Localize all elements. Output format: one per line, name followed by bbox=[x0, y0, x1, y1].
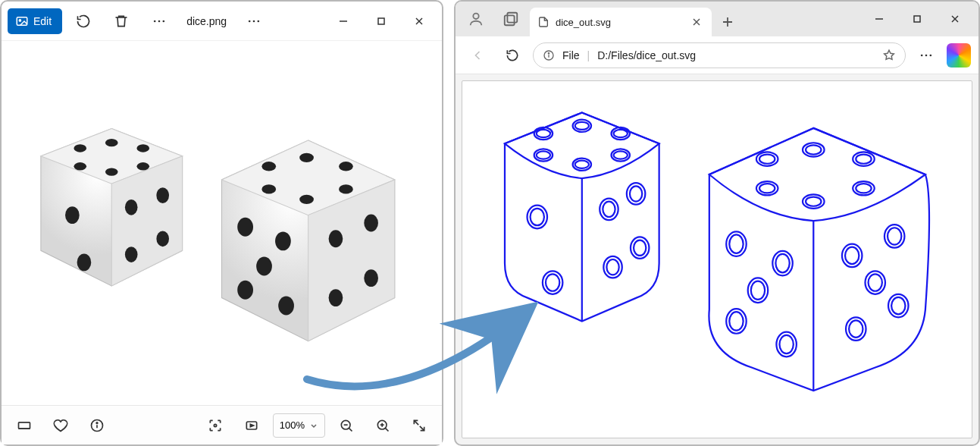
info-button[interactable] bbox=[82, 410, 112, 441]
tab-title: dice_out.svg bbox=[556, 17, 683, 28]
svg-point-89 bbox=[630, 186, 642, 201]
browser-minimize-button[interactable] bbox=[860, 4, 898, 34]
filmstrip-button[interactable] bbox=[9, 410, 39, 441]
svg-rect-55 bbox=[507, 13, 517, 23]
svg-point-32 bbox=[256, 257, 272, 276]
svg-point-53 bbox=[473, 14, 478, 19]
svg-point-93 bbox=[634, 240, 646, 256]
svg-output-image bbox=[462, 81, 972, 438]
svg-point-34 bbox=[278, 296, 294, 315]
tab-close-button[interactable] bbox=[689, 14, 704, 30]
browser-tab[interactable]: dice_out.svg bbox=[530, 8, 712, 36]
svg-point-3 bbox=[158, 20, 161, 22]
svg-point-125 bbox=[869, 274, 882, 291]
svg-point-19 bbox=[77, 253, 92, 271]
maximize-button[interactable] bbox=[365, 5, 398, 38]
copilot-button[interactable] bbox=[947, 43, 971, 68]
svg-point-101 bbox=[759, 184, 775, 193]
svg-point-91 bbox=[606, 259, 618, 275]
svg-point-26 bbox=[339, 162, 353, 171]
svg-point-30 bbox=[237, 218, 253, 237]
svg-point-121 bbox=[849, 320, 863, 337]
photos-window: Edit dice.png bbox=[0, 0, 443, 446]
svg-point-73 bbox=[575, 122, 589, 130]
svg-point-69 bbox=[930, 54, 932, 56]
svg-point-123 bbox=[891, 297, 905, 314]
svg-point-37 bbox=[329, 289, 343, 306]
close-button[interactable] bbox=[402, 5, 436, 38]
favorite-icon[interactable] bbox=[882, 49, 896, 62]
svg-point-29 bbox=[339, 184, 353, 193]
minimize-button[interactable] bbox=[327, 5, 360, 38]
svg-point-7 bbox=[258, 20, 260, 22]
svg-point-4 bbox=[163, 20, 165, 22]
svg-line-47 bbox=[349, 428, 352, 431]
reload-button[interactable] bbox=[498, 41, 527, 70]
address-bar: File | D:/Files/dice_out.svg bbox=[456, 36, 978, 74]
browser-content[interactable] bbox=[462, 80, 972, 438]
svg-point-33 bbox=[237, 281, 253, 300]
new-tab-button[interactable] bbox=[715, 9, 740, 35]
crop-scan-button[interactable] bbox=[200, 410, 230, 441]
svg-point-75 bbox=[614, 130, 628, 137]
workspaces-button[interactable] bbox=[495, 4, 527, 34]
svg-point-17 bbox=[136, 162, 149, 170]
svg-rect-9 bbox=[378, 18, 384, 24]
rotate-button[interactable] bbox=[67, 5, 100, 38]
svg-point-105 bbox=[856, 184, 871, 193]
browser-close-button[interactable] bbox=[936, 4, 974, 34]
svg-rect-39 bbox=[19, 422, 30, 428]
more-button[interactable] bbox=[142, 5, 176, 38]
url-path: D:/Files/dice_out.svg bbox=[597, 49, 696, 61]
svg-point-66 bbox=[548, 52, 549, 53]
settings-more-button[interactable] bbox=[912, 41, 941, 70]
zoom-in-button[interactable] bbox=[368, 410, 398, 441]
svg-point-43 bbox=[96, 422, 98, 423]
favorite-button[interactable] bbox=[45, 410, 76, 441]
svg-point-113 bbox=[729, 312, 743, 330]
photos-canvas[interactable] bbox=[2, 41, 442, 405]
svg-point-68 bbox=[925, 54, 928, 56]
svg-point-38 bbox=[364, 269, 378, 287]
svg-point-2 bbox=[154, 20, 156, 22]
profile-button[interactable] bbox=[460, 4, 492, 34]
browser-maximize-button[interactable] bbox=[898, 4, 936, 34]
photos-bottom-toolbar: 100% bbox=[2, 405, 442, 444]
url-scheme: File bbox=[562, 49, 580, 61]
svg-point-35 bbox=[329, 230, 343, 247]
svg-point-44 bbox=[214, 424, 216, 426]
svg-point-23 bbox=[156, 231, 169, 247]
svg-point-31 bbox=[275, 231, 291, 250]
photos-toolbar: Edit dice.png bbox=[2, 2, 442, 41]
svg-point-115 bbox=[779, 335, 793, 353]
svg-point-95 bbox=[759, 155, 775, 164]
svg-point-85 bbox=[546, 274, 559, 291]
svg-point-16 bbox=[105, 168, 118, 175]
svg-point-6 bbox=[253, 20, 255, 22]
svg-point-97 bbox=[806, 145, 821, 154]
slideshow-button[interactable] bbox=[236, 410, 267, 441]
svg-point-13 bbox=[105, 139, 118, 146]
svg-point-36 bbox=[364, 215, 378, 232]
delete-button[interactable] bbox=[105, 5, 138, 38]
edit-button[interactable]: Edit bbox=[8, 8, 62, 34]
more-button-2[interactable] bbox=[237, 5, 271, 38]
zoom-out-button[interactable] bbox=[331, 410, 362, 441]
svg-point-22 bbox=[125, 247, 138, 262]
svg-point-77 bbox=[537, 151, 550, 159]
dice-image bbox=[2, 41, 442, 405]
svg-point-107 bbox=[729, 234, 743, 253]
svg-point-18 bbox=[65, 206, 80, 224]
svg-line-50 bbox=[385, 428, 388, 431]
back-button[interactable] bbox=[463, 41, 492, 70]
svg-point-67 bbox=[921, 54, 923, 56]
svg-point-27 bbox=[261, 184, 276, 193]
fullscreen-button[interactable] bbox=[404, 410, 434, 441]
url-separator: | bbox=[587, 49, 590, 61]
svg-point-117 bbox=[845, 247, 859, 264]
url-input[interactable]: File | D:/Files/dice_out.svg bbox=[533, 42, 906, 68]
filename-label: dice.png bbox=[180, 15, 233, 27]
svg-rect-54 bbox=[505, 15, 515, 25]
svg-point-99 bbox=[856, 155, 871, 164]
zoom-selector[interactable]: 100% bbox=[273, 413, 325, 438]
